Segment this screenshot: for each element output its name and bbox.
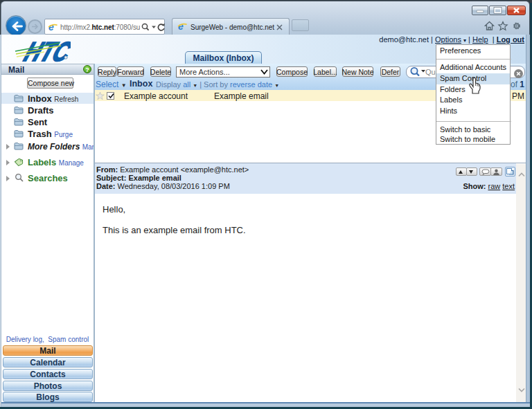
svg-text:e: e [178,22,184,31]
svg-text:HTC: HTC [19,37,71,64]
svg-text:e: e [48,23,54,32]
